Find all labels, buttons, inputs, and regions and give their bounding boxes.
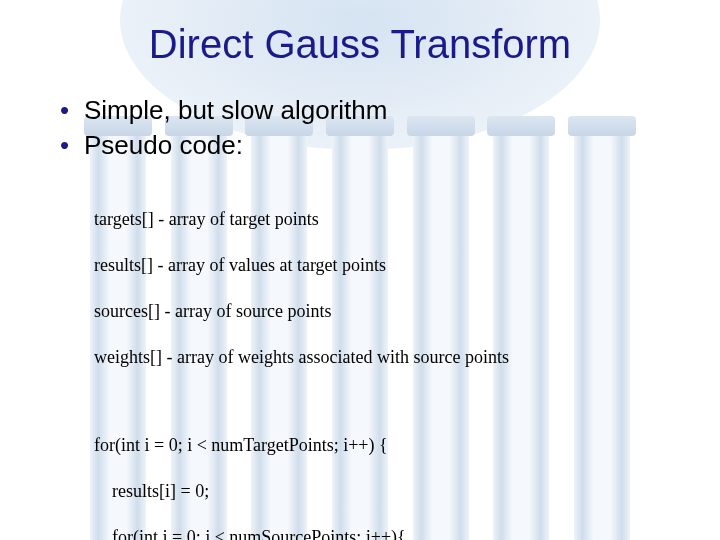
code-line: weights[] - array of weights associated … (94, 346, 670, 369)
bullet-item: Simple, but slow algorithm (58, 93, 670, 128)
bullet-list: Simple, but slow algorithm Pseudo code: (58, 93, 670, 163)
code-line: targets[] - array of target points (94, 208, 670, 231)
code-line: results[i] = 0; (94, 480, 670, 503)
slide-title: Direct Gauss Transform (50, 22, 670, 67)
code-line: sources[] - array of source points (94, 300, 670, 323)
bullet-item: Pseudo code: (58, 128, 670, 163)
code-line: for(int i = 0; i < numTargetPoints; i++)… (94, 434, 670, 457)
pseudo-code-block: targets[] - array of target points resul… (94, 185, 670, 540)
slide-content: Direct Gauss Transform Simple, but slow … (0, 0, 720, 540)
code-line: results[] - array of values at target po… (94, 254, 670, 277)
code-line: for(int j = 0; j < numSourcePoints; j++)… (94, 526, 670, 540)
